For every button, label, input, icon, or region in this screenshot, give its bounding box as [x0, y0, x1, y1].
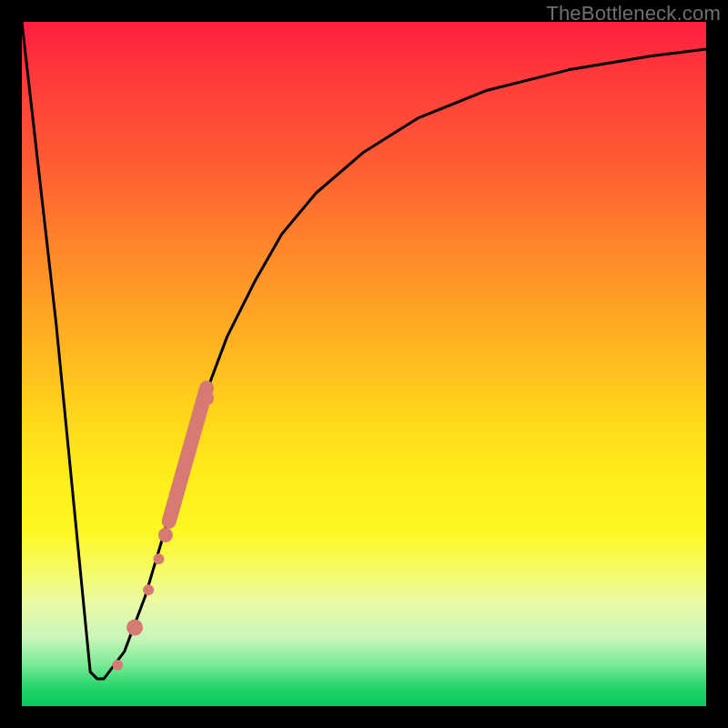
- chart-frame: TheBottleneck.com: [0, 0, 728, 728]
- watermark-text: TheBottleneck.com: [546, 2, 721, 25]
- highlight-dot: [143, 584, 154, 595]
- bottleneck-chart: [22, 22, 706, 706]
- highlight-dot: [158, 528, 173, 542]
- highlight-dot: [153, 553, 164, 564]
- highlight-dot: [126, 620, 143, 636]
- highlight-band: [169, 388, 207, 521]
- plot-area: [22, 22, 706, 706]
- highlight-dot: [199, 391, 214, 406]
- bottleneck-curve: [22, 22, 706, 679]
- highlight-dot: [112, 660, 123, 671]
